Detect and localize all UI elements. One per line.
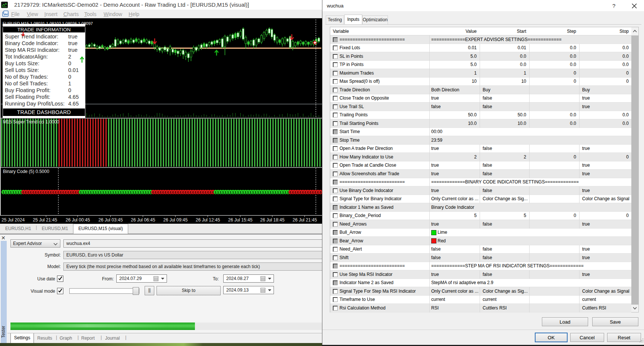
svg-text:26 Jul 09:45: 26 Jul 09:45 <box>163 217 188 223</box>
svg-text:26 Jul 06:45: 26 Jul 06:45 <box>131 217 155 223</box>
svg-text:Binary Code (5) 0.5000: Binary Code (5) 0.5000 <box>3 169 49 174</box>
svg-text:0: 0 <box>319 191 321 194</box>
svg-text:26 Jul 03:45: 26 Jul 03:45 <box>98 217 123 223</box>
svg-text:26 Jul 21:45: 26 Jul 21:45 <box>293 217 317 223</box>
svg-text:26 Jul 18:45: 26 Jul 18:45 <box>260 217 285 223</box>
svg-text:M15 Super Trend cci 1.0000: M15 Super Trend cci 1.0000 <box>3 119 59 125</box>
svg-text:26 Jul 00:45: 26 Jul 00:45 <box>66 217 90 223</box>
svg-text:25 Jul 2024: 25 Jul 2024 <box>1 217 25 223</box>
svg-text:26 Jul 15:45: 26 Jul 15:45 <box>228 217 253 223</box>
svg-text:26 Jul 12:45: 26 Jul 12:45 <box>196 217 220 223</box>
svg-text:25 Jul 21:45: 25 Jul 21:45 <box>33 217 57 223</box>
